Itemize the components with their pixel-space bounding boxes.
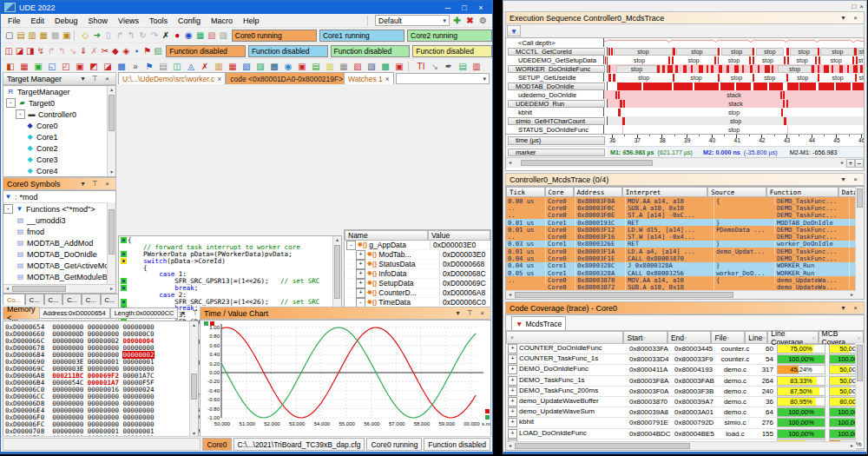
toolbar-icon-tb3-15[interactable]: ▥ (212, 60, 226, 73)
toolbar-icon-tb1-8[interactable]: ➜ (91, 29, 102, 42)
delete-workspace-icon[interactable]: ✖ (464, 16, 476, 26)
tree-expander-icon[interactable]: + (356, 288, 365, 298)
exec-row-STATUSDoOnIdleFunc[interactable]: STATUS_DoOnIdleFuncstop (506, 125, 864, 134)
toolbar-icon-tb1-4[interactable]: ▩ (49, 29, 61, 42)
tree-expander-icon[interactable]: + (356, 250, 365, 260)
toolbar-icon-tb1-1[interactable]: ▤ (15, 29, 26, 42)
trace-col-address[interactable]: Address (574, 187, 622, 197)
toolbar-icon-tb3-13[interactable]: ◬ (184, 60, 198, 73)
tree-expander-icon[interactable]: + (508, 418, 517, 427)
coverage-col-End[interactable]: End ▿ (667, 331, 711, 344)
toolbar-icon-tb3-30[interactable]: TI (414, 60, 428, 73)
toolbar-icon-tb2-10[interactable]: ◆ (110, 44, 121, 57)
watches-col-name[interactable]: Name (345, 230, 428, 241)
toolbar-icon-tb3-34[interactable]: ▥ (470, 60, 483, 73)
dropdown-icon[interactable]: ▾ (78, 75, 88, 83)
watch-row-StatusData[interactable]: +❋{}StatusData0xD0000668 (345, 260, 490, 269)
trace-col-core[interactable]: Core (545, 187, 574, 197)
exec-row-udedemoDoOnIdle[interactable]: udedemo_DoOnIdlestack (506, 90, 864, 99)
tree-expander-icon[interactable]: + (356, 260, 365, 269)
toolbar-icon-tb3-31[interactable]: ↘ (428, 60, 442, 73)
toolbar-icon-tb1-12[interactable]: ↻ (137, 29, 148, 42)
coverage-col-File[interactable]: File ▿ (711, 331, 745, 344)
menu-show[interactable]: Show (83, 16, 114, 26)
add-workspace-icon[interactable]: ✚ (451, 16, 463, 26)
toolbar-icon-tb3-1[interactable]: ▦ (17, 60, 31, 73)
toolbar-icon-tb3-19[interactable]: ▩ (267, 60, 281, 73)
tab-mcdstrace[interactable]: ▼ McdsTrace (511, 316, 566, 330)
coverage-row-DEMO_DoOnIdleFunc[interactable]: +DEMO_DoOnIdleFunc0x8000411A0x80004193de… (506, 365, 864, 375)
toolbar-icon-tb3-4[interactable]: ◰ (59, 60, 73, 73)
toolbar-icon-tb1-0[interactable]: ▢ (3, 29, 15, 42)
scroll-right-icon[interactable]: ▸ (838, 159, 846, 167)
close-tab-icon[interactable]: × (217, 75, 221, 83)
close-icon[interactable]: × (851, 304, 860, 312)
toolbar-icon-tb3-21[interactable]: ▣ (295, 60, 309, 73)
tree-expander-icon[interactable]: + (508, 365, 517, 374)
toolbar-icon-tb1-5[interactable]: ▣ (61, 29, 72, 42)
target-tree-item-core0[interactable]: ◆Core0 (3, 120, 115, 131)
exec-row-simioGetHTCharCount[interactable]: simio_GetHTCharCountstop (506, 116, 864, 125)
exec-row-UDEDEMOGetSetupData[interactable]: UDEDEMO_GetSetupDatastopstopstopstopstop… (506, 56, 864, 64)
toolbar-icon-tb2-13[interactable]: ⚑ (142, 44, 153, 57)
tab-code-disasm[interactable]: code <0x80001DA0-0x8000219F> (226, 72, 347, 84)
toolbar-icon-tb1-18[interactable]: ▧ (206, 29, 217, 42)
toolbar-icon-tb3-20[interactable]: ◉ (281, 60, 295, 73)
dropdown-icon[interactable]: ▾ (838, 14, 848, 22)
minimize-button[interactable]: ─ (440, 2, 456, 13)
toolbar-icon-tb3-0[interactable]: ◧ (3, 60, 17, 73)
toolbar-icon-tb1-14[interactable]: ✗ (160, 29, 171, 42)
menu-config[interactable]: Config (173, 16, 206, 26)
pin-icon[interactable]: ⊤ (90, 75, 100, 83)
menu-tools[interactable]: Tools (144, 16, 173, 26)
settings-gear-icon[interactable]: ⚙ (477, 16, 489, 26)
toolbar-icon-tb1-7[interactable]: ◇ (80, 29, 91, 42)
symbols-tab-0[interactable]: Co... (3, 294, 25, 305)
exec-hscroll-thumb[interactable] (521, 160, 653, 166)
tree-expander-icon[interactable]: + (508, 387, 517, 396)
exec-row-SETUPGetUseIdle[interactable]: SETUP_GetUseIdlestopstopstopstopstopstop… (506, 73, 864, 82)
watch-row-ModTab[interactable]: +❋{}ModTab...0xD00003E0 (345, 250, 490, 260)
menu-edit[interactable]: Edit (26, 16, 50, 26)
toolbar-icon-tb2-6[interactable]: ↘ (68, 44, 78, 57)
toolbar-icon-tb1-16[interactable]: ◉ (183, 29, 194, 42)
close-button[interactable]: × (859, 3, 864, 10)
exec-row-WORKERDoOnIdleFunc[interactable]: WORKER_DoOnIdleFuncstopstop (506, 64, 864, 73)
pin-icon[interactable]: ⊤ (90, 180, 100, 188)
toolbar-icon-tb3-25[interactable]: ▧ (351, 60, 365, 73)
toolbar-icon-tb3-2[interactable]: ▣ (31, 60, 45, 73)
toolbar-icon-tb2-0[interactable]: ◫ (3, 44, 14, 57)
toolbar-icon-tb3-23[interactable]: ▥ (323, 60, 337, 73)
exec-row-MODTABDoOnIdle[interactable]: MODTAB_DoOnIdle (506, 82, 864, 90)
trace-col-function[interactable]: Function (766, 187, 838, 197)
tree-expander-icon[interactable]: - (16, 109, 25, 119)
trace-col-source[interactable]: Source (707, 187, 766, 197)
trace-filter-funnel-icon[interactable]: ▼ (507, 25, 521, 36)
toolbar-icon-tb3-16[interactable]: ▦ (226, 60, 240, 73)
tree-expander-icon[interactable]: - (356, 298, 365, 307)
menu-file[interactable]: File (3, 16, 26, 26)
toolbar-icon-tb3-17[interactable]: ▧ (240, 60, 253, 73)
symbol-item-MODTAB_GetActiveModu[interactable]: ▤MODTAB_GetActiveModu (3, 260, 115, 271)
symbol-item-MODTAB_DoOnIdle[interactable]: ▤MODTAB_DoOnIdle (3, 248, 115, 260)
dropdown-icon[interactable]: ▾ (838, 175, 848, 183)
toolbar-icon-tb2-1[interactable]: ◪ (14, 44, 24, 57)
toolbar-icon-tb1-11[interactable]: ↰ (126, 29, 137, 42)
close-icon[interactable]: × (102, 180, 112, 188)
toolbar-icon-tb1-17[interactable]: ▦ (194, 29, 206, 42)
exec-row-Calldepth[interactable]: <Call depth> (506, 38, 864, 47)
toolbar-icon-tb3-26[interactable]: ▨ (365, 60, 378, 73)
symbols-tab-4[interactable]: C... (82, 294, 101, 305)
exec-row-MCCTLGetCoreId[interactable]: MCCTL_GetCoreIdstopstopstopstopstopstops… (506, 47, 864, 56)
toolbar-icon-tb3-18[interactable]: ▨ (253, 60, 267, 73)
symbol-item-MODTAB_GetModuleByC[interactable]: ▤MODTAB_GetModuleByC (3, 271, 115, 282)
memory-address-field[interactable]: Address:0xD0000654 (39, 307, 110, 319)
dropdown-icon[interactable]: ▾ (178, 309, 187, 317)
toolbar-icon-tb1-3[interactable]: ▦ (38, 29, 49, 42)
watches-filter-combo[interactable]: ▾ (396, 73, 490, 84)
coverage-row-COUNTER_TaskFunc_1s[interactable]: +COUNTER_TaskFunc_1s0x800033D40x800033F9… (506, 354, 864, 365)
coverage-row-demo_UpdateWaveBuffer[interactable]: +demo_UpdateWaveBuffer0x800038700x800039… (506, 397, 864, 407)
close-icon[interactable]: × (851, 14, 860, 22)
target-tree-item-core4[interactable]: ◆Core4 (3, 165, 115, 176)
toolbar-icon-tb2-7[interactable]: ⇓ (78, 44, 89, 57)
